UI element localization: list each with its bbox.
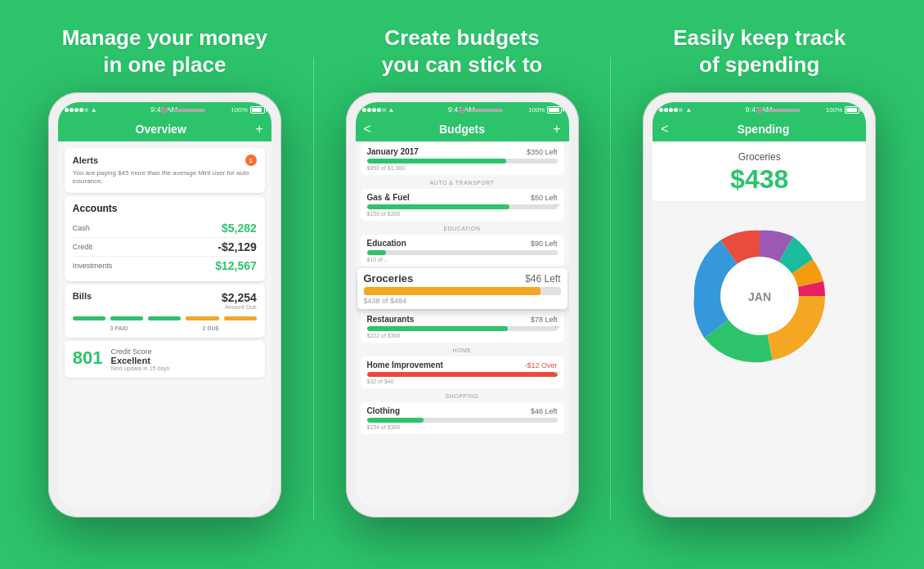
battery-icon (250, 106, 265, 114)
phone1-time: 9:41 AM (150, 105, 177, 114)
budget-january-left: $350 Left (527, 148, 558, 156)
phone2-battery-area: 100% (528, 106, 562, 114)
phone2-battery-icon (547, 106, 562, 114)
gas-edit-icon[interactable]: ✏ (554, 201, 561, 209)
p2-dot3 (372, 108, 376, 112)
budget-january-bar-bg (367, 159, 558, 164)
p3-dot3 (669, 108, 673, 112)
accounts-title: Accounts (73, 203, 257, 214)
budget-january-bar-fill (367, 159, 506, 164)
budget-home-name: Home Improvement (367, 361, 443, 370)
phone3-time: 9:41 AM (745, 105, 772, 114)
budget-item-gas[interactable]: Gas & Fuel $50 Left $150 of $200 ✏ (361, 189, 564, 221)
phone1-status-bar: ▲ 9:41 AM 100% (58, 102, 271, 117)
credit-title: Credit Score (111, 347, 170, 356)
panel3-title: Easily keep track of spending (673, 25, 846, 78)
phone1-battery-area: 100% (231, 106, 264, 114)
home-edit-icon[interactable]: ✏ (554, 369, 561, 377)
p2-dot2 (367, 108, 371, 112)
phone3-battery-pct: 100% (826, 106, 842, 114)
budget-home-bar-bg (367, 372, 558, 377)
account-value-credit: -$2,129 (218, 240, 256, 253)
budget-restaurants-header: Restaurants $78 Left (367, 315, 558, 324)
phone2-signal-dots (362, 108, 386, 112)
main-container: Manage your money in one place ▲ (0, 0, 924, 569)
alert-text: You are paying $45 more than the average… (73, 169, 257, 186)
budget-clothing-bar-fill (367, 418, 424, 423)
budget-clothing-label: $154 of $300 (367, 424, 558, 430)
bills-bar-due2 (224, 316, 257, 320)
budget-gas-label: $150 of $200 (367, 211, 558, 217)
phone2-add-button[interactable]: + (553, 122, 560, 137)
phone2-screen: January 2017 $350 Left $950 of $1,300 AU… (356, 141, 569, 508)
budget-home-header: Home Improvement -$12 Over (367, 361, 558, 370)
budget-groceries-bar-fill (364, 287, 541, 295)
budget-education-bar-fill (367, 250, 386, 255)
dot4 (79, 108, 83, 112)
budget-item-home-improvement[interactable]: Home Improvement -$12 Over $32 of $40 ✏ (361, 356, 564, 388)
budget-groceries-header: Groceries $46 Left (364, 272, 561, 284)
bills-value: $2,254 (222, 291, 257, 304)
account-row-investments: Investments $12,567 (73, 257, 257, 275)
phone1-screen: Alerts 1 You are paying $45 more than th… (58, 141, 271, 508)
phone1-status-left: ▲ (65, 106, 97, 114)
bills-amount: $2,254 Amount Due (222, 291, 257, 310)
budget-education-bar-bg (367, 250, 558, 255)
panel1-title: Manage your money in one place (62, 25, 267, 78)
phone2-time: 9:41 AM (448, 105, 475, 114)
p3-dot1 (659, 108, 663, 112)
p2-dot5 (382, 108, 386, 112)
phone1-nav-title: Overview (136, 123, 186, 136)
account-name-investments: Investments (73, 262, 113, 270)
phone3-signal-dots (659, 108, 683, 112)
spending-amount: $438 (661, 164, 858, 195)
credit-sub: Next update in 15 days (111, 365, 170, 371)
section-shopping: SHOPPING (356, 390, 569, 401)
budget-item-groceries[interactable]: Groceries $46 Left $438 of $484 (357, 268, 567, 309)
alert-title: Alerts (73, 155, 98, 165)
budget-item-january[interactable]: January 2017 $350 Left $950 of $1,300 (361, 143, 564, 175)
budget-restaurants-bar-fill (367, 326, 508, 331)
budget-item-clothing[interactable]: Clothing $46 Left $154 of $300 (361, 402, 564, 434)
panel-budgets: Create budgets you can stick to ▲ (314, 25, 611, 553)
budget-restaurants-label: $222 of $300 (367, 333, 558, 338)
budget-home-bar-fill (367, 372, 558, 377)
phone3-back-button[interactable]: < (661, 122, 668, 137)
phone2-nav-title: Budgets (439, 123, 485, 136)
phone2: ▲ 9:41 AM 100% < Budgets + (346, 92, 579, 517)
budget-gas-header: Gas & Fuel $50 Left (367, 193, 558, 202)
dot5 (84, 108, 88, 112)
wifi-icon: ▲ (91, 106, 97, 114)
budget-item-restaurants[interactable]: Restaurants $78 Left $222 of $300 ✏ (361, 311, 564, 343)
budget-education-label: $10 of ... (367, 257, 558, 262)
budget-clothing-left: $46 Left (531, 407, 558, 415)
bills-bar-paid2 (110, 316, 143, 320)
phone2-back-button[interactable]: < (364, 122, 371, 137)
phone1-nav-bar: Overview + (58, 117, 271, 141)
p2-dot1 (362, 108, 366, 112)
phone1-add-button[interactable]: + (255, 122, 262, 137)
panel-manage-money: Manage your money in one place ▲ (16, 25, 313, 553)
section-auto-transport: AUTO & TRANSPORT (356, 177, 569, 187)
account-row-credit: Credit -$2,129 (73, 238, 257, 257)
budget-groceries-label: $438 of $484 (364, 297, 561, 305)
p3-dot4 (674, 108, 678, 112)
donut-container: JAN (653, 202, 866, 390)
account-name-cash: Cash (73, 224, 90, 232)
panel2-title: Create budgets you can stick to (382, 25, 543, 78)
credit-score-value: 801 (73, 347, 103, 369)
phone2-status-bar: ▲ 9:41 AM 100% (356, 102, 569, 117)
budget-list: January 2017 $350 Left $950 of $1,300 AU… (356, 143, 569, 434)
alert-badge: 1 (245, 155, 257, 166)
budget-home-label: $32 of $40 (367, 379, 558, 384)
p3-dot5 (679, 108, 683, 112)
budget-january-name: January 2017 (367, 147, 419, 156)
phone3-battery-area: 100% (826, 106, 859, 114)
budget-item-education[interactable]: Education $90 Left $10 of ... (361, 235, 564, 267)
bills-bar-paid3 (148, 316, 181, 320)
restaurants-edit-icon[interactable]: ✏ (554, 323, 561, 331)
account-value-cash: $5,282 (222, 222, 257, 235)
phone2-wifi-icon: ▲ (388, 106, 395, 114)
signal-dots (65, 108, 88, 112)
phone3-status-left: ▲ (659, 106, 692, 114)
